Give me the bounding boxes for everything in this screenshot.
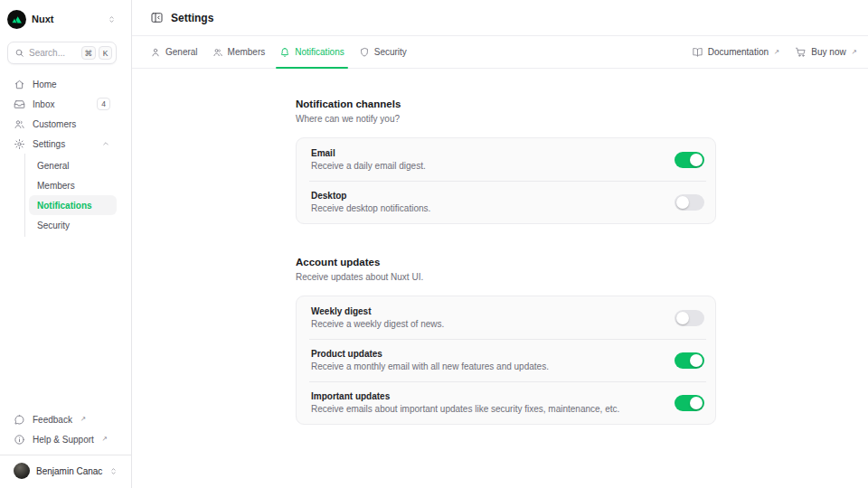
tab-label: Notifications [295, 47, 344, 57]
sidebar: Nuxt Search... ⌘ K Home [0, 0, 132, 488]
user-icon [150, 47, 161, 58]
search-input[interactable]: Search... ⌘ K [7, 42, 117, 64]
users-icon [212, 47, 223, 58]
app-window: Nuxt Search... ⌘ K Home [0, 0, 868, 488]
setting-row-text: Weekly digest Receive a weekly digest of… [311, 306, 455, 329]
main-panel: Settings General Members [132, 0, 868, 488]
user-menu[interactable]: Benjamin Canac [7, 461, 117, 481]
setting-row-desktop: Desktop Receive desktop notifications. [297, 181, 715, 223]
sidebar-item-security[interactable]: Security [29, 215, 117, 235]
tab-label: General [165, 47, 198, 57]
sidebar-item-general[interactable]: General [29, 155, 117, 175]
sidebar-item-settings[interactable]: Settings [7, 134, 117, 154]
sidebar-footer-nav: Feedback↗ Help & Support↗ [7, 409, 117, 449]
setting-title: Email [311, 148, 426, 158]
setting-row-weekly-digest: Weekly digest Receive a weekly digest of… [297, 296, 715, 339]
toggle-important-updates[interactable] [675, 395, 704, 411]
section-subtitle: Receive updates about Nuxt UI. [296, 272, 716, 282]
inbox-icon [14, 99, 25, 110]
link-label: Buy now [811, 47, 845, 57]
sidebar-item-label: Members [37, 181, 75, 191]
workspace-switcher[interactable]: Nuxt [7, 7, 117, 31]
sidebar-item-notifications[interactable]: Notifications [29, 195, 117, 215]
setting-row-email: Email Receive a daily email digest. [297, 138, 715, 181]
search-shortcut: ⌘ K [81, 46, 113, 60]
sidebar-item-home[interactable]: Home [7, 74, 117, 94]
sidebar-item-inbox[interactable]: Inbox 4 [7, 94, 117, 114]
sidebar-item-customers[interactable]: Customers [7, 114, 117, 134]
toggle-knob [690, 397, 703, 409]
toggle-product-updates[interactable] [675, 352, 704, 369]
sidebar-item-help-support[interactable]: Help & Support↗ [7, 429, 117, 449]
sidebar-item-label: Customers [33, 119, 76, 129]
chevron-up-down-icon [108, 466, 118, 476]
shopping-cart-icon [795, 46, 807, 58]
bell-icon [279, 47, 290, 58]
toggle-desktop[interactable] [675, 194, 704, 211]
setting-title: Important updates [311, 391, 619, 401]
gear-icon [14, 138, 25, 150]
settings-tabs: General Members Notifications [143, 36, 414, 68]
settings-subnav: General Members Notifications Security [24, 154, 117, 237]
sidebar-collapse-icon[interactable] [150, 11, 164, 24]
search-placeholder: Search... [29, 48, 77, 58]
sidebar-item-feedback[interactable]: Feedback↗ [7, 409, 117, 429]
setting-description: Receive emails about important updates l… [311, 404, 619, 414]
section-subtitle: Where can we notify you? [296, 114, 716, 124]
kbd-key: K [99, 46, 112, 60]
tab-label: Security [374, 47, 407, 57]
toggle-email[interactable] [675, 152, 704, 168]
info-circle-icon [14, 434, 25, 446]
setting-title: Product updates [311, 349, 549, 359]
section-account-updates: Account updates Receive updates about Nu… [296, 257, 716, 425]
sidebar-item-members[interactable]: Members [29, 175, 117, 195]
search-icon [14, 48, 24, 58]
avatar [14, 463, 30, 479]
documentation-link[interactable]: Documentation↗ [692, 46, 780, 58]
setting-description: Receive a monthly email with all new fea… [311, 361, 549, 371]
tab-label: Members [228, 47, 266, 57]
chat-bubble-icon [14, 414, 25, 426]
tab-bar: General Members Notifications [132, 36, 868, 69]
toggle-knob [676, 312, 689, 324]
book-open-icon [692, 46, 703, 58]
settings-content: Notification channels Where can we notif… [132, 69, 868, 488]
sidebar-spacer [7, 237, 117, 409]
inbox-count-badge: 4 [97, 98, 110, 110]
title-bar: Settings [132, 0, 868, 36]
setting-row-text: Product updates Receive a monthly email … [311, 349, 560, 371]
chevron-up-down-icon [107, 14, 117, 24]
sidebar-nav: Home Inbox 4 Customers Settings [7, 74, 117, 237]
setting-row-important-updates: Important updates Receive emails about i… [297, 381, 715, 424]
sidebar-item-label: Home [33, 80, 57, 89]
external-link-icon: ↗ [852, 49, 857, 56]
tab-general[interactable]: General [143, 36, 205, 68]
toggle-knob [690, 154, 703, 166]
tab-security[interactable]: Security [352, 36, 414, 68]
tab-members[interactable]: Members [205, 36, 273, 68]
header-links: Documentation↗ Buy now↗ [692, 46, 857, 58]
nuxt-logo-icon [7, 10, 26, 29]
setting-description: Receive desktop notifications. [311, 203, 430, 213]
toggle-knob [676, 196, 689, 209]
shield-icon [359, 47, 370, 58]
toggle-knob [690, 354, 703, 367]
sidebar-item-label: General [37, 161, 70, 171]
workspace-name: Nuxt [32, 14, 53, 24]
home-icon [14, 79, 25, 90]
toggle-weekly-digest[interactable] [675, 310, 704, 326]
users-icon [14, 118, 25, 130]
setting-row-text: Email Receive a daily email digest. [311, 148, 437, 171]
tab-notifications[interactable]: Notifications [272, 36, 351, 68]
setting-title: Weekly digest [311, 306, 444, 316]
setting-row-text: Important updates Receive emails about i… [311, 391, 630, 414]
kbd-meta: ⌘ [81, 46, 97, 60]
buy-now-link[interactable]: Buy now↗ [795, 46, 857, 58]
settings-card: Weekly digest Receive a weekly digest of… [296, 296, 716, 425]
setting-row-text: Desktop Receive desktop notifications. [311, 191, 441, 213]
setting-description: Receive a weekly digest of news. [311, 319, 444, 329]
sidebar-item-label: Inbox [33, 99, 54, 109]
settings-card: Email Receive a daily email digest. Desk… [296, 137, 716, 224]
link-label: Documentation [708, 47, 769, 57]
sidebar-item-label: Security [37, 221, 70, 230]
